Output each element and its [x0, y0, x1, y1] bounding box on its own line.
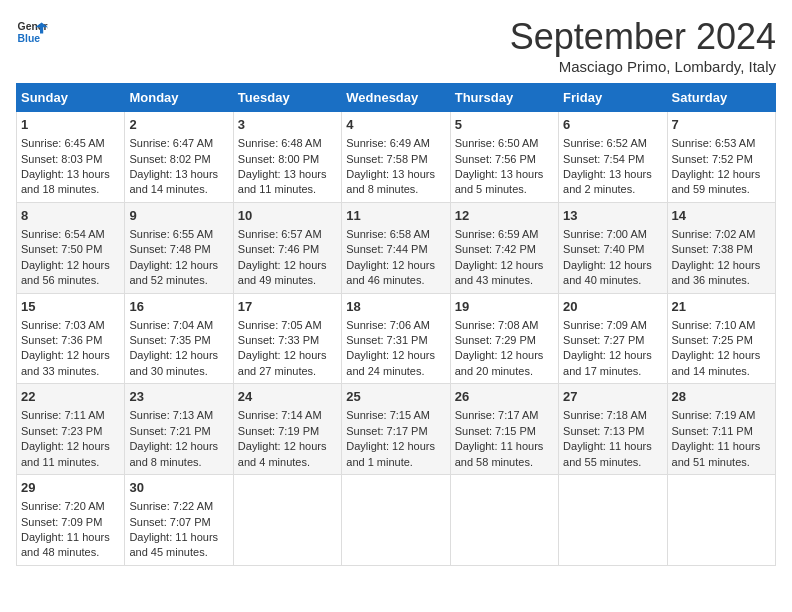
sunrise-label: Sunrise: 6:58 AM: [346, 228, 430, 240]
sunset-label: Sunset: 7:48 PM: [129, 243, 210, 255]
day-number: 27: [563, 388, 662, 406]
calendar-cell: 15Sunrise: 7:03 AMSunset: 7:36 PMDayligh…: [17, 293, 125, 384]
sunset-label: Sunset: 7:23 PM: [21, 425, 102, 437]
daylight-label: Daylight: 12 hours and 8 minutes.: [129, 440, 218, 467]
daylight-label: Daylight: 12 hours and 14 minutes.: [672, 349, 761, 376]
daylight-label: Daylight: 12 hours and 52 minutes.: [129, 259, 218, 286]
sunset-label: Sunset: 7:15 PM: [455, 425, 536, 437]
sunrise-label: Sunrise: 7:17 AM: [455, 409, 539, 421]
day-number: 8: [21, 207, 120, 225]
logo: General Blue: [16, 16, 48, 48]
page-header: General Blue September 2024 Masciago Pri…: [16, 16, 776, 75]
day-number: 3: [238, 116, 337, 134]
daylight-label: Daylight: 12 hours and 27 minutes.: [238, 349, 327, 376]
sunrise-label: Sunrise: 7:14 AM: [238, 409, 322, 421]
daylight-label: Daylight: 13 hours and 2 minutes.: [563, 168, 652, 195]
calendar-cell: 14Sunrise: 7:02 AMSunset: 7:38 PMDayligh…: [667, 202, 775, 293]
daylight-label: Daylight: 12 hours and 24 minutes.: [346, 349, 435, 376]
day-number: 20: [563, 298, 662, 316]
day-number: 7: [672, 116, 771, 134]
sunrise-label: Sunrise: 6:45 AM: [21, 137, 105, 149]
sunset-label: Sunset: 7:50 PM: [21, 243, 102, 255]
calendar-cell: 11Sunrise: 6:58 AMSunset: 7:44 PMDayligh…: [342, 202, 450, 293]
sunset-label: Sunset: 7:29 PM: [455, 334, 536, 346]
calendar-cell: 3Sunrise: 6:48 AMSunset: 8:00 PMDaylight…: [233, 112, 341, 203]
calendar-cell: 9Sunrise: 6:55 AMSunset: 7:48 PMDaylight…: [125, 202, 233, 293]
sunset-label: Sunset: 7:40 PM: [563, 243, 644, 255]
sunrise-label: Sunrise: 6:48 AM: [238, 137, 322, 149]
calendar-cell: 1Sunrise: 6:45 AMSunset: 8:03 PMDaylight…: [17, 112, 125, 203]
day-number: 15: [21, 298, 120, 316]
daylight-label: Daylight: 13 hours and 18 minutes.: [21, 168, 110, 195]
daylight-label: Daylight: 12 hours and 36 minutes.: [672, 259, 761, 286]
day-number: 6: [563, 116, 662, 134]
sunset-label: Sunset: 7:38 PM: [672, 243, 753, 255]
header-sunday: Sunday: [17, 84, 125, 112]
calendar-cell: 18Sunrise: 7:06 AMSunset: 7:31 PMDayligh…: [342, 293, 450, 384]
sunset-label: Sunset: 7:35 PM: [129, 334, 210, 346]
calendar-cell: [450, 475, 558, 566]
sunset-label: Sunset: 8:03 PM: [21, 153, 102, 165]
daylight-label: Daylight: 12 hours and 56 minutes.: [21, 259, 110, 286]
sunrise-label: Sunrise: 7:03 AM: [21, 319, 105, 331]
calendar-cell: 24Sunrise: 7:14 AMSunset: 7:19 PMDayligh…: [233, 384, 341, 475]
sunrise-label: Sunrise: 6:52 AM: [563, 137, 647, 149]
calendar-week-3: 15Sunrise: 7:03 AMSunset: 7:36 PMDayligh…: [17, 293, 776, 384]
sunset-label: Sunset: 7:42 PM: [455, 243, 536, 255]
sunrise-label: Sunrise: 6:49 AM: [346, 137, 430, 149]
day-number: 11: [346, 207, 445, 225]
calendar-cell: 19Sunrise: 7:08 AMSunset: 7:29 PMDayligh…: [450, 293, 558, 384]
sunset-label: Sunset: 7:44 PM: [346, 243, 427, 255]
sunset-label: Sunset: 7:27 PM: [563, 334, 644, 346]
sunrise-label: Sunrise: 7:13 AM: [129, 409, 213, 421]
calendar-week-4: 22Sunrise: 7:11 AMSunset: 7:23 PMDayligh…: [17, 384, 776, 475]
calendar-cell: 8Sunrise: 6:54 AMSunset: 7:50 PMDaylight…: [17, 202, 125, 293]
daylight-label: Daylight: 11 hours and 51 minutes.: [672, 440, 761, 467]
sunrise-label: Sunrise: 6:47 AM: [129, 137, 213, 149]
day-number: 26: [455, 388, 554, 406]
calendar-cell: 13Sunrise: 7:00 AMSunset: 7:40 PMDayligh…: [559, 202, 667, 293]
calendar-cell: 10Sunrise: 6:57 AMSunset: 7:46 PMDayligh…: [233, 202, 341, 293]
day-number: 17: [238, 298, 337, 316]
calendar-cell: 7Sunrise: 6:53 AMSunset: 7:52 PMDaylight…: [667, 112, 775, 203]
sunrise-label: Sunrise: 7:22 AM: [129, 500, 213, 512]
calendar-cell: [233, 475, 341, 566]
calendar-cell: 20Sunrise: 7:09 AMSunset: 7:27 PMDayligh…: [559, 293, 667, 384]
sunrise-label: Sunrise: 7:19 AM: [672, 409, 756, 421]
day-number: 30: [129, 479, 228, 497]
sunrise-label: Sunrise: 7:15 AM: [346, 409, 430, 421]
daylight-label: Daylight: 12 hours and 30 minutes.: [129, 349, 218, 376]
sunrise-label: Sunrise: 7:05 AM: [238, 319, 322, 331]
daylight-label: Daylight: 13 hours and 14 minutes.: [129, 168, 218, 195]
sunrise-label: Sunrise: 6:53 AM: [672, 137, 756, 149]
calendar-cell: 25Sunrise: 7:15 AMSunset: 7:17 PMDayligh…: [342, 384, 450, 475]
day-number: 14: [672, 207, 771, 225]
sunset-label: Sunset: 7:19 PM: [238, 425, 319, 437]
daylight-label: Daylight: 12 hours and 11 minutes.: [21, 440, 110, 467]
sunset-label: Sunset: 7:52 PM: [672, 153, 753, 165]
header-saturday: Saturday: [667, 84, 775, 112]
day-number: 28: [672, 388, 771, 406]
sunset-label: Sunset: 7:25 PM: [672, 334, 753, 346]
daylight-label: Daylight: 12 hours and 59 minutes.: [672, 168, 761, 195]
calendar-cell: [559, 475, 667, 566]
sunset-label: Sunset: 8:00 PM: [238, 153, 319, 165]
month-title: September 2024: [510, 16, 776, 58]
daylight-label: Daylight: 12 hours and 46 minutes.: [346, 259, 435, 286]
sunset-label: Sunset: 7:33 PM: [238, 334, 319, 346]
calendar-cell: 17Sunrise: 7:05 AMSunset: 7:33 PMDayligh…: [233, 293, 341, 384]
sunrise-label: Sunrise: 6:55 AM: [129, 228, 213, 240]
day-number: 13: [563, 207, 662, 225]
header-tuesday: Tuesday: [233, 84, 341, 112]
svg-text:Blue: Blue: [18, 33, 41, 44]
calendar-cell: 4Sunrise: 6:49 AMSunset: 7:58 PMDaylight…: [342, 112, 450, 203]
sunrise-label: Sunrise: 7:09 AM: [563, 319, 647, 331]
calendar-cell: 30Sunrise: 7:22 AMSunset: 7:07 PMDayligh…: [125, 475, 233, 566]
calendar-cell: 6Sunrise: 6:52 AMSunset: 7:54 PMDaylight…: [559, 112, 667, 203]
calendar-cell: 28Sunrise: 7:19 AMSunset: 7:11 PMDayligh…: [667, 384, 775, 475]
sunset-label: Sunset: 7:31 PM: [346, 334, 427, 346]
day-number: 19: [455, 298, 554, 316]
sunrise-label: Sunrise: 7:08 AM: [455, 319, 539, 331]
daylight-label: Daylight: 11 hours and 55 minutes.: [563, 440, 652, 467]
day-number: 1: [21, 116, 120, 134]
